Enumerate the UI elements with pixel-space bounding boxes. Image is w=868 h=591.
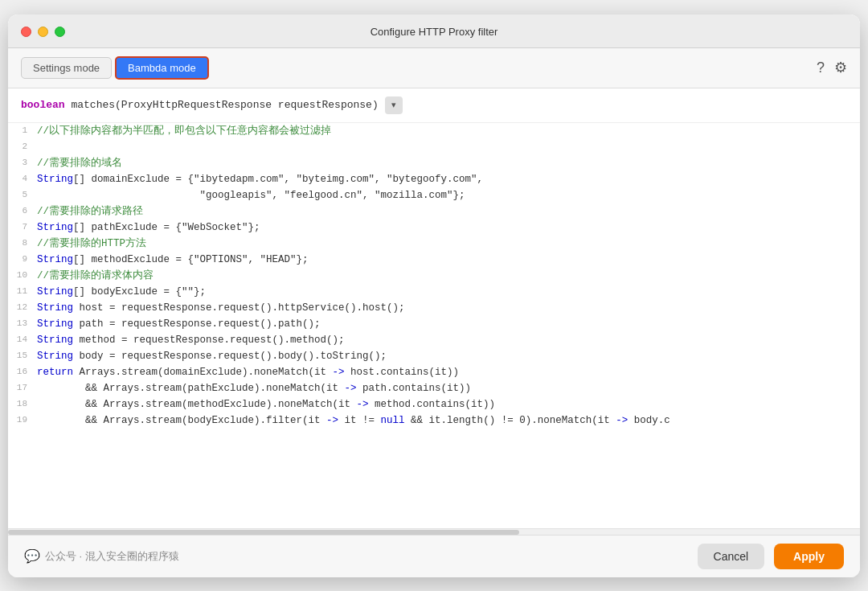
table-row: 17 && Arrays.stream(pathExclude).noneMat… [8,380,860,396]
watermark: 💬 公众号 · 混入安全圈的程序猿 [24,548,179,564]
line-number: 8 [14,236,37,251]
settings-mode-button[interactable]: Settings mode [21,57,112,79]
wechat-icon: 💬 [24,548,40,564]
table-row: 1//以下排除内容都为半匹配，即包含以下任意内容都会被过滤掉 [8,123,860,139]
line-content: String path = requestResponse.request().… [37,316,854,332]
minimize-button[interactable] [38,27,48,37]
table-row: 15String body = requestResponse.request(… [8,348,860,364]
table-row: 2 [8,139,860,155]
line-number: 16 [14,364,37,380]
toolbar-actions: ? ⚙ [817,59,847,76]
code-container: boolean matches(ProxyHttpRequestResponse… [8,88,860,535]
collapse-button[interactable]: ▾ [385,96,403,114]
line-number: 2 [14,139,37,154]
line-number: 15 [14,348,37,363]
apply-button[interactable]: Apply [774,544,844,569]
table-row: 18 && Arrays.stream(methodExclude).noneM… [8,396,860,412]
settings-icon[interactable]: ⚙ [834,59,847,76]
line-content: String[] methodExclude = {"OPTIONS", "HE… [37,252,854,268]
signature-bar: boolean matches(ProxyHttpRequestResponse… [8,88,860,123]
table-row: 19 && Arrays.stream(bodyExclude).filter(… [8,412,860,429]
line-content: //需要排除的HTTP方法 [37,236,854,252]
line-number: 6 [14,203,37,219]
table-row: 11String[] bodyExclude = {""}; [8,284,860,300]
maximize-button[interactable] [55,27,65,37]
line-content: String[] bodyExclude = {""}; [37,284,854,300]
table-row: 4String[] domainExclude = {"ibytedapm.co… [8,171,860,187]
table-row: 16return Arrays.stream(domainExclude).no… [8,364,860,380]
traffic-lights [21,27,65,37]
horizontal-scrollbar-thumb [8,530,519,535]
table-row: 9String[] methodExclude = {"OPTIONS", "H… [8,252,860,268]
bottom-buttons: Cancel Apply [698,544,844,569]
line-content: //需要排除的请求路径 [37,203,854,220]
line-number: 4 [14,171,37,187]
function-signature: matches(ProxyHttpRequestResponse request… [71,99,378,111]
table-row: 3//需要排除的域名 [8,155,860,171]
table-row: 7String[] pathExclude = {"WebSocket"}; [8,220,860,236]
line-content: String method = requestResponse.request(… [37,332,854,348]
keyword-boolean: boolean [21,99,65,111]
line-content: "googleapis", "feelgood.cn", "mozilla.co… [37,187,854,203]
line-number: 19 [14,412,37,428]
table-row: 14String method = requestResponse.reques… [8,332,860,348]
titlebar: Configure HTTP Proxy filter [8,14,860,48]
watermark-text: 公众号 · 混入安全圈的程序猿 [45,549,179,564]
bambda-mode-button[interactable]: Bambda mode [115,56,209,80]
table-row: 5 "googleapis", "feelgood.cn", "mozilla.… [8,187,860,203]
table-row: 8//需要排除的HTTP方法 [8,236,860,252]
line-number: 7 [14,220,37,235]
line-content: //以下排除内容都为半匹配，即包含以下任意内容都会被过滤掉 [37,123,854,139]
line-number: 11 [14,284,37,299]
line-number: 9 [14,252,37,267]
line-content: //需要排除的域名 [37,155,854,171]
code-editor[interactable]: 1//以下排除内容都为半匹配，即包含以下任意内容都会被过滤掉23//需要排除的域… [8,123,860,528]
signature-text: boolean matches(ProxyHttpRequestResponse… [21,99,379,111]
line-number: 5 [14,187,37,203]
main-window: Configure HTTP Proxy filter Settings mod… [8,14,860,577]
cancel-button[interactable]: Cancel [698,544,765,569]
bottom-bar: 💬 公众号 · 混入安全圈的程序猿 Cancel Apply [8,535,860,577]
line-content: String[] domainExclude = {"ibytedapm.com… [37,171,854,187]
line-number: 1 [14,123,37,138]
window-title: Configure HTTP Proxy filter [371,26,498,38]
line-number: 12 [14,300,37,315]
line-content: && Arrays.stream(bodyExclude).filter(it … [37,412,854,429]
line-content: && Arrays.stream(pathExclude).noneMatch(… [37,380,854,396]
table-row: 12String host = requestResponse.request(… [8,300,860,316]
table-row: 10//需要排除的请求体内容 [8,268,860,284]
line-content: String[] pathExclude = {"WebSocket"}; [37,220,854,236]
line-content: String host = requestResponse.request().… [37,300,854,316]
table-row: 6//需要排除的请求路径 [8,203,860,220]
line-number: 3 [14,155,37,170]
line-number: 17 [14,380,37,396]
line-content: //需要排除的请求体内容 [37,268,854,284]
line-number: 10 [14,268,37,283]
line-content: return Arrays.stream(domainExclude).none… [37,364,854,380]
close-button[interactable] [21,27,31,37]
help-icon[interactable]: ? [817,60,825,76]
line-content: String body = requestResponse.request().… [37,348,854,364]
line-number: 13 [14,316,37,331]
mode-switcher: Settings mode Bambda mode [21,56,209,80]
horizontal-scrollbar[interactable] [8,528,860,535]
line-content: && Arrays.stream(methodExclude).noneMatc… [37,396,854,412]
chevron-down-icon: ▾ [391,100,396,110]
line-number: 14 [14,332,37,347]
toolbar: Settings mode Bambda mode ? ⚙ [8,48,860,88]
table-row: 13String path = requestResponse.request(… [8,316,860,332]
line-number: 18 [14,396,37,412]
